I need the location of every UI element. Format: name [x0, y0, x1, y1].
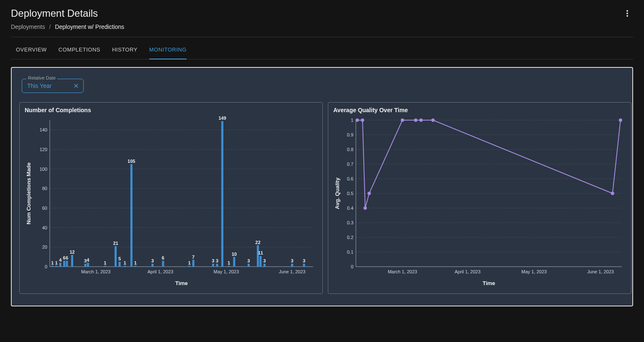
svg-point-124: [431, 118, 434, 122]
svg-text:March 1, 2023: March 1, 2023: [81, 269, 110, 274]
svg-rect-47: [115, 246, 117, 267]
svg-rect-75: [248, 264, 250, 267]
svg-text:0.7: 0.7: [347, 162, 353, 167]
svg-text:May 1, 2023: May 1, 2023: [521, 269, 547, 274]
filter-clear-button[interactable]: [74, 84, 78, 88]
svg-point-121: [401, 118, 404, 122]
svg-text:3: 3: [263, 258, 266, 263]
svg-text:0.4: 0.4: [347, 206, 353, 211]
more-menu-button[interactable]: [621, 8, 633, 19]
svg-text:149: 149: [218, 116, 226, 121]
svg-text:Time: Time: [483, 280, 495, 286]
svg-text:0.8: 0.8: [347, 147, 353, 152]
svg-text:1: 1: [227, 260, 230, 265]
svg-rect-79: [260, 256, 262, 267]
svg-text:June 1, 2023: June 1, 2023: [587, 269, 614, 274]
svg-rect-55: [134, 266, 136, 267]
svg-text:1: 1: [351, 118, 353, 123]
svg-text:3: 3: [248, 258, 250, 263]
svg-rect-51: [124, 266, 126, 267]
svg-text:0.6: 0.6: [347, 176, 353, 181]
svg-rect-67: [216, 264, 218, 267]
svg-text:1: 1: [51, 260, 54, 265]
svg-text:6: 6: [66, 255, 68, 260]
relative-date-filter[interactable]: Relative Date This Year: [22, 79, 84, 93]
chart-title-quality: Average Quality Over Time: [333, 107, 626, 113]
tab-overview[interactable]: OVERVIEW: [16, 45, 47, 59]
breadcrumb-separator: /: [49, 23, 51, 30]
svg-text:0: 0: [351, 264, 353, 269]
svg-text:June 1, 2023: June 1, 2023: [279, 269, 306, 274]
tab-monitoring[interactable]: MONITORING: [149, 45, 187, 59]
svg-point-117: [355, 118, 359, 122]
tabs: OVERVIEWCOMPLETIONSHISTORYMONITORING: [11, 37, 633, 59]
svg-rect-83: [291, 264, 293, 267]
svg-rect-49: [118, 262, 120, 267]
svg-text:6: 6: [63, 255, 66, 260]
completions-chart: 020406080100120140March 1, 2023April 1, …: [25, 116, 317, 288]
svg-point-123: [419, 118, 423, 122]
svg-rect-33: [59, 263, 61, 267]
breadcrumb: Deployments / Deployment w/ Predictions: [11, 23, 633, 37]
svg-text:22: 22: [256, 240, 261, 245]
svg-rect-59: [162, 261, 164, 267]
svg-text:1: 1: [134, 260, 137, 265]
breadcrumb-root-link[interactable]: Deployments: [11, 23, 45, 30]
close-icon: [74, 84, 78, 88]
svg-text:140: 140: [40, 127, 47, 132]
svg-text:4: 4: [87, 257, 89, 262]
svg-rect-43: [87, 263, 89, 267]
svg-text:May 1, 2023: May 1, 2023: [214, 269, 239, 274]
svg-rect-35: [63, 261, 65, 267]
svg-text:3: 3: [303, 258, 305, 263]
svg-text:0.1: 0.1: [347, 249, 353, 255]
svg-rect-85: [303, 264, 305, 267]
svg-point-0: [626, 10, 628, 12]
svg-text:0: 0: [45, 264, 47, 269]
tab-completions[interactable]: COMPLETIONS: [59, 45, 100, 59]
monitoring-panel: Relative Date This Year Number of Comple…: [11, 67, 633, 306]
svg-point-2: [626, 15, 628, 17]
svg-rect-29: [51, 266, 54, 267]
svg-point-126: [619, 118, 622, 122]
svg-rect-73: [233, 257, 235, 267]
svg-rect-63: [192, 260, 194, 267]
svg-rect-57: [151, 264, 153, 267]
quality-chart-card: Average Quality Over Time 00.10.20.30.40…: [328, 102, 631, 294]
svg-point-1: [626, 13, 628, 14]
svg-text:7: 7: [192, 255, 194, 260]
svg-text:20: 20: [42, 244, 47, 249]
svg-text:1: 1: [188, 260, 191, 265]
svg-text:80: 80: [42, 186, 47, 191]
svg-rect-53: [130, 164, 133, 267]
svg-text:1: 1: [104, 260, 106, 265]
svg-text:40: 40: [42, 225, 47, 230]
svg-text:105: 105: [128, 159, 135, 164]
svg-text:3: 3: [151, 258, 154, 263]
svg-text:3: 3: [84, 258, 87, 263]
svg-rect-37: [66, 261, 68, 267]
tab-history[interactable]: HISTORY: [112, 45, 138, 59]
svg-rect-31: [55, 266, 57, 267]
svg-point-118: [361, 118, 364, 122]
svg-text:11: 11: [258, 250, 263, 255]
svg-text:Avg. Quality: Avg. Quality: [334, 177, 340, 209]
quality-chart: 00.10.20.30.40.50.60.70.80.91March 1, 20…: [333, 116, 626, 288]
svg-rect-65: [212, 264, 214, 267]
svg-text:3: 3: [216, 258, 218, 263]
svg-text:1: 1: [55, 260, 58, 265]
breadcrumb-current: Deployment w/ Predictions: [55, 23, 124, 30]
chart-title-completions: Number of Completions: [25, 107, 317, 113]
svg-text:100: 100: [40, 167, 47, 172]
svg-point-120: [368, 192, 371, 195]
svg-text:0.3: 0.3: [347, 220, 353, 225]
svg-text:0.2: 0.2: [347, 235, 353, 240]
svg-text:21: 21: [113, 241, 118, 246]
svg-rect-45: [104, 266, 106, 267]
svg-rect-69: [221, 121, 223, 267]
completions-chart-card: Number of Completions 020406080100120140…: [19, 102, 323, 294]
svg-text:4: 4: [59, 257, 62, 262]
filter-value: This Year: [27, 82, 51, 89]
svg-text:Time: Time: [175, 280, 188, 286]
svg-text:April 1, 2023: April 1, 2023: [148, 269, 174, 274]
